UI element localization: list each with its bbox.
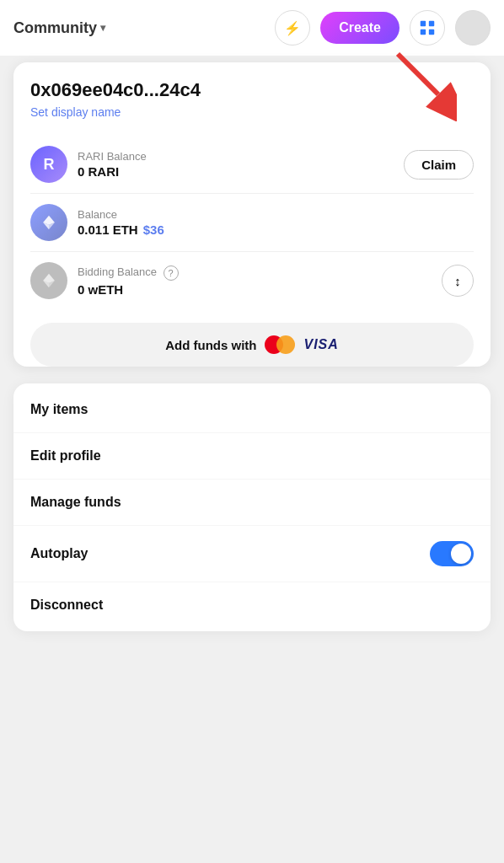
rari-balance-value: 0 RARI xyxy=(78,164,404,179)
wallet-address: 0x069ee04c0...24c4 xyxy=(30,79,474,101)
eth-balance-info: Balance 0.011 ETH $36 xyxy=(78,208,474,237)
claim-button[interactable]: Claim xyxy=(404,150,474,180)
menu-item-autoplay[interactable]: Autoplay xyxy=(13,526,491,582)
eth-balance-value: 0.011 ETH $36 xyxy=(78,222,474,237)
rari-token-icon: R xyxy=(30,146,67,183)
chevron-down-icon: ▾ xyxy=(100,22,105,34)
avatar-button[interactable] xyxy=(455,10,491,46)
community-label: Community xyxy=(13,19,97,37)
add-funds-label: Add funds with xyxy=(165,338,256,352)
menu-item-disconnect[interactable]: Disconnect xyxy=(13,582,491,628)
disconnect-label: Disconnect xyxy=(30,598,103,613)
autoplay-label: Autoplay xyxy=(30,546,88,561)
menu-item-edit-profile[interactable]: Edit profile xyxy=(13,433,491,480)
svg-rect-2 xyxy=(421,29,426,35)
bidding-balance-label: Bidding Balance ? xyxy=(78,265,442,281)
wallet-dropdown: 0x069ee04c0...24c4 Set display name R RA… xyxy=(13,62,491,367)
lightning-button[interactable]: ⚡ xyxy=(275,10,310,46)
community-menu[interactable]: Community ▾ xyxy=(13,19,105,37)
menu-section: My items Edit profile Manage funds Autop… xyxy=(13,383,491,631)
menu-item-manage-funds[interactable]: Manage funds xyxy=(13,480,491,526)
weth-token-icon xyxy=(30,262,67,299)
set-display-name-link[interactable]: Set display name xyxy=(30,105,121,119)
transfer-icon: ↕ xyxy=(454,274,461,288)
lightning-icon: ⚡ xyxy=(284,20,301,36)
eth-balance-row: Balance 0.011 ETH $36 xyxy=(30,194,474,252)
manage-funds-label: Manage funds xyxy=(30,495,121,510)
bidding-balance-info: Bidding Balance ? 0 wETH xyxy=(78,265,442,297)
navbar: Community ▾ ⚡ Create xyxy=(0,0,504,56)
bidding-balance-actions: ↕ xyxy=(442,265,474,297)
my-items-label: My items xyxy=(30,402,88,417)
menu-item-my-items[interactable]: My items xyxy=(13,387,491,433)
rari-balance-row: R RARI Balance 0 RARI Claim xyxy=(30,136,474,194)
puzzle-button[interactable] xyxy=(410,10,445,46)
edit-profile-label: Edit profile xyxy=(30,448,101,464)
add-funds-button[interactable]: Add funds with VISA xyxy=(30,323,474,367)
bidding-balance-value: 0 wETH xyxy=(78,282,442,297)
svg-rect-1 xyxy=(429,21,434,26)
eth-balance-label: Balance xyxy=(78,208,474,221)
svg-rect-3 xyxy=(429,29,434,35)
mastercard-icon xyxy=(265,335,295,355)
rari-balance-actions: Claim xyxy=(404,150,474,180)
toggle-knob xyxy=(451,544,471,564)
rari-balance-label: RARI Balance xyxy=(78,150,404,163)
eth-token-icon xyxy=(30,204,67,241)
help-icon: ? xyxy=(164,265,179,281)
rari-balance-info: RARI Balance 0 RARI xyxy=(78,150,404,179)
visa-icon: VISA xyxy=(303,337,338,352)
svg-rect-0 xyxy=(421,21,426,26)
puzzle-icon xyxy=(418,19,437,37)
eth-balance-usd: $36 xyxy=(143,222,164,237)
create-button[interactable]: Create xyxy=(320,12,399,44)
bidding-balance-row: Bidding Balance ? 0 wETH ↕ xyxy=(30,252,474,309)
transfer-button[interactable]: ↕ xyxy=(442,265,474,297)
autoplay-toggle[interactable] xyxy=(430,541,474,566)
